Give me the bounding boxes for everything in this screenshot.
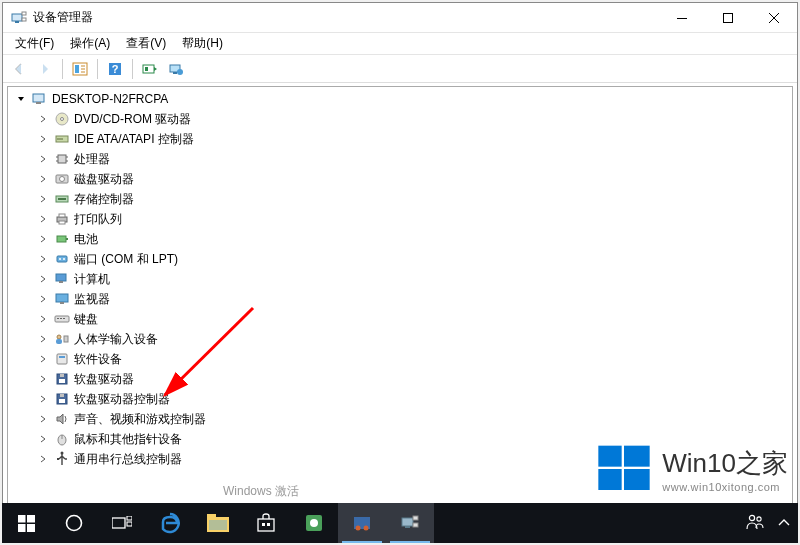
taskbar-snipping-tool[interactable]: [338, 503, 386, 543]
svg-text:?: ?: [112, 63, 119, 75]
svg-rect-84: [262, 523, 265, 526]
tree-item-floppy-drive[interactable]: 软盘驱动器: [8, 369, 792, 389]
tree-item-label: 通用串行总线控制器: [74, 451, 182, 468]
svg-rect-3: [22, 18, 26, 21]
taskbar-device-manager[interactable]: [386, 503, 434, 543]
titlebar: 设备管理器: [3, 3, 797, 33]
svg-rect-55: [59, 356, 65, 358]
chevron-right-icon[interactable]: [36, 292, 50, 306]
processor-icon: [54, 151, 70, 167]
chevron-right-icon[interactable]: [36, 272, 50, 286]
svg-rect-54: [57, 354, 67, 364]
svg-rect-40: [57, 256, 67, 262]
taskbar-explorer[interactable]: [194, 503, 242, 543]
chevron-right-icon[interactable]: [36, 152, 50, 166]
chevron-right-icon[interactable]: [36, 312, 50, 326]
tree-item-label: 存储控制器: [74, 191, 134, 208]
tree-item-computer[interactable]: 计算机: [8, 269, 792, 289]
menu-action[interactable]: 操作(A): [62, 33, 118, 54]
keyboard-icon: [54, 311, 70, 327]
menu-help[interactable]: 帮助(H): [174, 33, 231, 54]
svg-rect-75: [27, 524, 35, 532]
menu-file[interactable]: 文件(F): [7, 33, 62, 54]
maximize-button[interactable]: [705, 3, 751, 33]
svg-rect-81: [207, 514, 216, 519]
svg-point-17: [177, 69, 183, 75]
tree-item-ide[interactable]: IDE ATA/ATAPI 控制器: [8, 129, 792, 149]
toolbar-separator: [97, 59, 98, 79]
toolbar-separator: [132, 59, 133, 79]
tree-item-storage[interactable]: 存储控制器: [8, 189, 792, 209]
chevron-right-icon[interactable]: [36, 372, 50, 386]
chevron-right-icon[interactable]: [36, 192, 50, 206]
tree-item-floppy-controller[interactable]: 软盘驱动器控制器: [8, 389, 792, 409]
chevron-right-icon[interactable]: [36, 172, 50, 186]
dvd-icon: [54, 111, 70, 127]
help-button[interactable]: ?: [103, 57, 127, 81]
chevron-right-icon[interactable]: [36, 332, 50, 346]
watermark-url: www.win10xitong.com: [662, 481, 788, 493]
svg-rect-44: [59, 281, 63, 283]
floppy-icon: [54, 371, 70, 387]
svg-rect-83: [258, 519, 274, 531]
svg-rect-48: [57, 318, 59, 319]
chevron-right-icon[interactable]: [36, 252, 50, 266]
svg-rect-79: [127, 522, 132, 526]
tree-item-monitor[interactable]: 监视器: [8, 289, 792, 309]
menu-view[interactable]: 查看(V): [118, 33, 174, 54]
svg-rect-16: [173, 72, 177, 74]
tree-item-ports[interactable]: 端口 (COM 和 LPT): [8, 249, 792, 269]
tree-item-label: 软件设备: [74, 351, 122, 368]
tree-item-label: 鼠标和其他指针设备: [74, 431, 182, 448]
svg-rect-5: [724, 14, 733, 23]
task-view-button[interactable]: [98, 503, 146, 543]
tree-item-disk[interactable]: 磁盘驱动器: [8, 169, 792, 189]
chevron-down-icon[interactable]: [14, 92, 28, 106]
svg-point-90: [364, 526, 369, 531]
chevron-right-icon[interactable]: [36, 112, 50, 126]
svg-rect-85: [267, 523, 270, 526]
devices-printers-button[interactable]: [164, 57, 188, 81]
tray-people-icon[interactable]: [746, 513, 764, 534]
taskbar-edge[interactable]: [146, 503, 194, 543]
start-button[interactable]: [2, 503, 50, 543]
svg-rect-93: [413, 516, 418, 520]
toolbar: ?: [3, 55, 797, 83]
toolbar-separator: [62, 59, 63, 79]
close-button[interactable]: [751, 3, 797, 33]
tree-item-battery[interactable]: 电池: [8, 229, 792, 249]
tree-item-dvd[interactable]: DVD/CD-ROM 驱动器: [8, 109, 792, 129]
chevron-right-icon[interactable]: [36, 232, 50, 246]
svg-point-64: [61, 452, 64, 455]
chevron-right-icon[interactable]: [36, 432, 50, 446]
tree-item-label: 磁盘驱动器: [74, 171, 134, 188]
taskbar-store[interactable]: [242, 503, 290, 543]
svg-rect-77: [112, 518, 125, 528]
tree-item-printqueue[interactable]: 打印队列: [8, 209, 792, 229]
tray-chevron-up-icon[interactable]: [778, 516, 790, 530]
windows-activation-text: Windows 激活: [223, 483, 299, 500]
tree-item-label: DVD/CD-ROM 驱动器: [74, 111, 191, 128]
chevron-right-icon[interactable]: [36, 452, 50, 466]
chevron-right-icon[interactable]: [36, 392, 50, 406]
svg-rect-45: [56, 294, 68, 302]
minimize-button[interactable]: [659, 3, 705, 33]
tree-item-keyboard[interactable]: 键盘: [8, 309, 792, 329]
show-hide-tree-button[interactable]: [68, 57, 92, 81]
cortana-button[interactable]: [50, 503, 98, 543]
svg-rect-61: [59, 399, 65, 403]
tree-root[interactable]: DESKTOP-N2FRCPA: [8, 89, 792, 109]
tree-item-processor[interactable]: 处理器: [8, 149, 792, 169]
taskbar-app-green[interactable]: [290, 503, 338, 543]
tree-item-software[interactable]: 软件设备: [8, 349, 792, 369]
svg-rect-73: [27, 515, 35, 523]
chevron-right-icon[interactable]: [36, 412, 50, 426]
chevron-right-icon[interactable]: [36, 212, 50, 226]
tree-item-label: 软盘驱动器: [74, 371, 134, 388]
tree-item-hid[interactable]: 人体学输入设备: [8, 329, 792, 349]
chevron-right-icon[interactable]: [36, 352, 50, 366]
tree-item-sound[interactable]: 声音、视频和游戏控制器: [8, 409, 792, 429]
svg-rect-36: [59, 214, 65, 217]
chevron-right-icon[interactable]: [36, 132, 50, 146]
scan-hardware-button[interactable]: [138, 57, 162, 81]
